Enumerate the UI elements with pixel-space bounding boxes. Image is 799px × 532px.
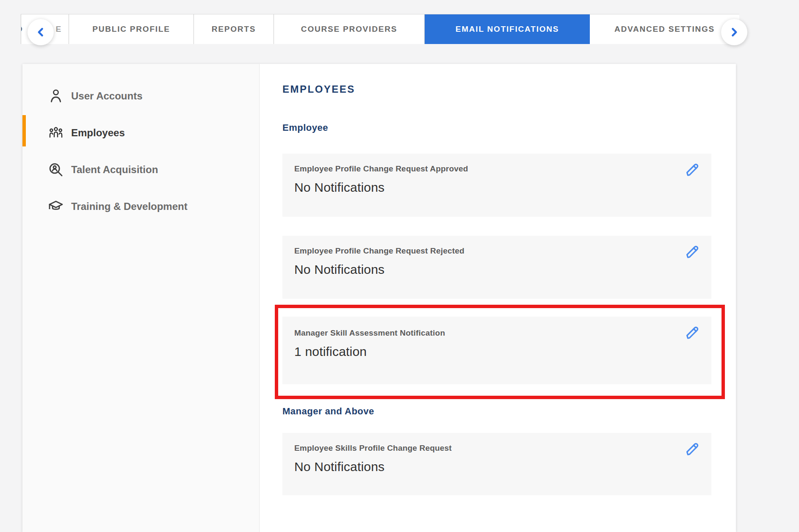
page-title: EMPLOYEES [282, 83, 711, 95]
chevron-right-icon [727, 25, 741, 39]
notification-card: Employee Skills Profile Change Request N… [282, 433, 711, 495]
tab-bar: O E PUBLIC PROFILE REPORTS COURSE PROVID… [21, 14, 739, 44]
sidebar-item-label: User Accounts [71, 90, 143, 102]
edit-notification-button[interactable] [683, 243, 701, 261]
tab-public-profile[interactable]: PUBLIC PROFILE [69, 14, 194, 44]
notification-card: Employee Profile Change Request Rejected… [282, 236, 711, 299]
tab-reports[interactable]: REPORTS [194, 14, 274, 44]
edit-notification-button[interactable] [683, 441, 701, 458]
tab-email-notifications[interactable]: EMAIL NOTIFICATIONS [425, 14, 590, 44]
graduation-cap-icon [47, 198, 64, 215]
red-highlight-annotation: Manager Skill Assessment Notification 1 … [275, 305, 725, 399]
notification-title: Manager Skill Assessment Notification [294, 328, 699, 338]
settings-panel: User Accounts Employees [22, 64, 736, 532]
tabs-scroll-right-button[interactable] [721, 19, 747, 45]
user-icon [47, 88, 64, 105]
tab-partial-fragment-right: E [56, 25, 62, 34]
notification-card-highlighted: Manager Skill Assessment Notification 1 … [282, 317, 711, 384]
notification-card: Employee Profile Change Request Approved… [282, 154, 711, 217]
pencil-icon [684, 441, 700, 458]
email-notifications-content: EMPLOYEES Employee Employee Profile Chan… [260, 64, 736, 532]
notification-value: No Notifications [294, 180, 699, 195]
edit-notification-button[interactable] [683, 161, 701, 179]
notification-title: Employee Skills Profile Change Request [294, 444, 699, 453]
sidebar-item-training-development[interactable]: Training & Development [22, 188, 259, 225]
sidebar-item-talent-acquisition[interactable]: Talent Acquisition [22, 151, 259, 188]
sidebar-item-label: Training & Development [71, 201, 188, 212]
notification-title: Employee Profile Change Request Rejected [294, 246, 699, 256]
sidebar-item-label: Employees [71, 127, 125, 139]
chevron-left-icon [33, 25, 48, 39]
tab-partial-fragment-left: O [21, 25, 23, 34]
tab-course-providers[interactable]: COURSE PROVIDERS [274, 14, 425, 44]
sidebar-item-user-accounts[interactable]: User Accounts [22, 77, 259, 114]
section-heading-employee: Employee [282, 122, 711, 134]
notification-title: Employee Profile Change Request Approved [294, 164, 699, 174]
sidebar-item-label: Talent Acquisition [71, 164, 158, 176]
tabs-scroll-left-button[interactable] [28, 19, 54, 45]
notification-value: No Notifications [294, 262, 699, 277]
edit-notification-button[interactable] [683, 324, 701, 342]
section-heading-manager-and-above: Manager and Above [282, 405, 711, 417]
notification-value: No Notifications [294, 460, 699, 474]
tab-advanced-settings[interactable]: ADVANCED SETTINGS [590, 14, 739, 44]
sidebar-item-employees[interactable]: Employees [22, 114, 259, 151]
pencil-icon [684, 325, 700, 341]
pencil-icon [684, 162, 700, 178]
employees-icon [47, 124, 64, 141]
notification-value: 1 notification [294, 345, 699, 359]
talent-search-icon [47, 161, 64, 178]
sidebar: User Accounts Employees [22, 64, 260, 532]
pencil-icon [684, 244, 700, 260]
